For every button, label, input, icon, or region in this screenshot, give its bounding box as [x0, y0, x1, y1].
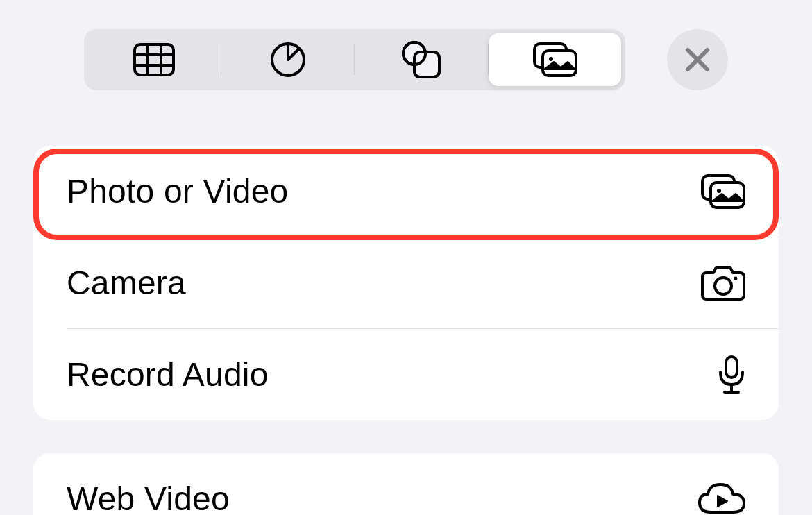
list-item-label: Record Audio [67, 355, 269, 394]
segmented-control [84, 29, 625, 90]
pie-chart-icon [270, 42, 306, 78]
svg-point-16 [717, 189, 721, 193]
segment-shape[interactable] [355, 33, 488, 86]
camera-icon [701, 266, 745, 301]
photo-stack-icon [533, 42, 577, 77]
list-item-camera[interactable]: Camera [33, 237, 779, 328]
close-button[interactable] [667, 29, 728, 90]
svg-rect-19 [726, 357, 737, 378]
list-item-label: Web Video [67, 480, 230, 515]
segment-table[interactable] [88, 33, 221, 86]
svg-point-11 [549, 57, 553, 61]
top-bar [0, 29, 812, 90]
segment-chart[interactable] [221, 33, 354, 86]
media-section-2: Web Video [33, 453, 779, 515]
shapes-icon [400, 41, 442, 78]
list-item-label: Photo or Video [67, 172, 289, 210]
table-icon [133, 43, 175, 76]
cloud-play-icon [698, 483, 745, 515]
microphone-icon [718, 355, 745, 394]
close-icon [684, 46, 711, 74]
photo-stack-icon [701, 174, 745, 209]
svg-rect-15 [711, 183, 744, 208]
svg-rect-0 [135, 44, 174, 75]
media-section-1: Photo or Video Camera [33, 146, 779, 420]
svg-point-17 [715, 278, 731, 294]
insert-media-sheet: Photo or Video Camera [0, 0, 812, 515]
list-item-label: Camera [67, 264, 186, 302]
segment-media[interactable] [489, 33, 621, 86]
svg-point-18 [734, 276, 738, 280]
list-item-record-audio[interactable]: Record Audio [33, 329, 779, 420]
list-item-photo-or-video[interactable]: Photo or Video [33, 146, 779, 237]
list-item-web-video[interactable]: Web Video [33, 453, 779, 515]
svg-rect-10 [543, 51, 576, 76]
